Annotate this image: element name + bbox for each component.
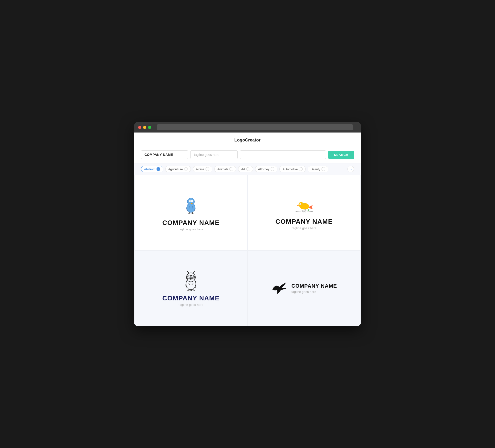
company-name-input[interactable] — [141, 150, 188, 159]
category-animals-label: Animals — [217, 168, 228, 171]
category-beauty-label: Beauty — [311, 168, 320, 171]
category-art[interactable]: Art — [238, 166, 253, 172]
svg-point-5 — [192, 200, 192, 201]
logo-card-2[interactable]: COMPANY NAME tagline goes here — [248, 175, 361, 251]
logo-4-text-block: COMPANY NAME tagline goes here — [291, 283, 337, 294]
search-bar: SEARCH — [134, 146, 361, 163]
address-bar[interactable] — [157, 124, 353, 130]
logo-1-tagline: tagline goes here — [179, 227, 203, 231]
svg-line-38 — [193, 290, 195, 291]
owl-icon-3 — [181, 270, 200, 291]
category-attorney[interactable]: Attorney — [255, 166, 277, 172]
category-beauty[interactable]: Beauty — [308, 166, 328, 172]
browser-titlebar — [134, 122, 361, 133]
airline-check-icon — [206, 167, 209, 171]
logo-4-tagline: tagline goes here — [291, 290, 337, 294]
maximize-button[interactable] — [148, 126, 151, 129]
categories-bar: Abstract ✓ Agriculture Airline Animals A… — [134, 163, 361, 175]
category-airline-label: Airline — [196, 168, 204, 171]
svg-point-4 — [189, 200, 190, 201]
category-abstract-label: Abstract — [144, 168, 155, 171]
logo-card-1[interactable]: COMPANY NAME tagline goes here — [134, 175, 248, 251]
category-abstract[interactable]: Abstract ✓ — [141, 166, 163, 172]
logo-3-tagline: tagline goes here — [179, 303, 203, 307]
svg-point-32 — [192, 277, 193, 278]
category-agriculture[interactable]: Agriculture — [165, 166, 191, 172]
logo-4-row: COMPANY NAME tagline goes here — [271, 281, 337, 295]
tagline-input[interactable] — [191, 150, 238, 159]
svg-point-16 — [299, 202, 304, 207]
category-animals[interactable]: Animals — [214, 166, 236, 172]
art-check-icon — [246, 167, 250, 171]
agriculture-check-icon — [184, 167, 188, 171]
attorney-check-icon — [271, 167, 274, 171]
svg-line-21 — [303, 211, 303, 212]
search-button[interactable]: SEARCH — [328, 151, 354, 159]
logo-card-4[interactable]: COMPANY NAME tagline goes here — [248, 251, 361, 326]
logo-3-company-name: COMPANY NAME — [162, 294, 220, 302]
close-button[interactable] — [138, 126, 141, 129]
bird-icon-1 — [181, 195, 200, 216]
app-header: LogoCreator — [134, 133, 361, 146]
browser-window: LogoCreator SEARCH Abstract ✓ Agricultur… — [134, 122, 361, 326]
app-title: LogoCreator — [234, 138, 261, 142]
logo-grid: COMPANY NAME tagline goes here — [134, 175, 361, 326]
category-automotive-label: Automotive — [282, 168, 298, 171]
category-airline[interactable]: Airline — [193, 166, 212, 172]
automotive-check-icon — [299, 167, 303, 171]
bird-icon-2 — [293, 196, 315, 215]
minimize-button[interactable] — [143, 126, 146, 129]
svg-line-33 — [187, 290, 189, 291]
category-agriculture-label: Agriculture — [168, 168, 183, 171]
beauty-check-icon — [321, 167, 325, 171]
app-content: LogoCreator SEARCH Abstract ✓ Agricultur… — [134, 133, 361, 326]
svg-line-23 — [304, 211, 305, 212]
abstract-check-icon: ✓ — [156, 167, 160, 171]
svg-point-18 — [300, 204, 301, 205]
logo-card-3[interactable]: COMPANY NAME tagline goes here — [134, 251, 248, 326]
category-attorney-label: Attorney — [258, 168, 269, 171]
svg-line-20 — [302, 211, 303, 212]
category-art-label: Art — [241, 168, 245, 171]
extra-input[interactable] — [240, 150, 326, 159]
animals-check-icon — [229, 167, 233, 171]
logo-1-company-name: COMPANY NAME — [162, 219, 220, 227]
logo-4-company-name: COMPANY NAME — [291, 283, 337, 289]
categories-next-button[interactable]: → — [347, 166, 354, 172]
svg-line-24 — [305, 211, 306, 212]
flying-bird-icon-4 — [271, 281, 288, 295]
category-automotive[interactable]: Automotive — [279, 166, 306, 172]
logo-2-tagline: tagline goes here — [292, 226, 316, 230]
svg-point-29 — [189, 277, 190, 278]
logo-2-company-name: COMPANY NAME — [275, 218, 333, 225]
